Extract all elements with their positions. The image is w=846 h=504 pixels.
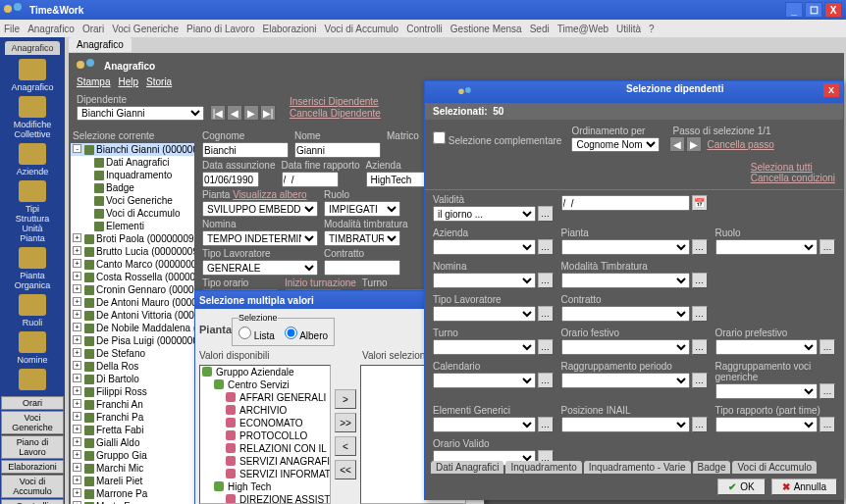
tree-node[interactable]: +Costa Rossella (0000000514) [71, 271, 194, 283]
tree-node[interactable]: +Mareli Piet [71, 475, 194, 487]
filter-select[interactable] [715, 239, 819, 255]
more-button[interactable]: … [538, 206, 554, 222]
filter-select[interactable] [715, 339, 819, 355]
filter-select[interactable] [433, 373, 536, 388]
more-button[interactable]: … [820, 239, 835, 255]
avail-item[interactable]: AFFARI GENERALI [200, 391, 330, 404]
menu-controlli[interactable]: Controlli [406, 24, 443, 34]
tree-node[interactable]: +Franchi An [71, 398, 194, 411]
nav-last-button[interactable]: ▶| [260, 105, 276, 121]
tree-node[interactable]: Badge [71, 181, 194, 194]
nav-next-button[interactable]: ▶ [243, 105, 259, 121]
more-button[interactable]: … [538, 339, 554, 355]
more-button[interactable]: … [692, 239, 708, 255]
sidebar-icon-x[interactable] [9, 367, 56, 394]
link-visualizza-albero[interactable]: Visualizza albero [233, 189, 306, 200]
filter-select[interactable] [433, 417, 536, 432]
tree-node[interactable]: +Della Ros [71, 360, 194, 373]
close-button[interactable]: X [824, 2, 842, 18]
tree-node[interactable]: Voci Generiche [71, 194, 194, 207]
tree-node[interactable]: +Gialli Aldo [71, 436, 194, 449]
tree-node[interactable]: +Brutto Lucia (0000000955) [71, 245, 194, 258]
passo-next[interactable]: ▶ [686, 136, 702, 152]
menu-vocigeneriche[interactable]: Voci Generiche [112, 24, 179, 34]
avail-item[interactable]: RELAZIONI CON IL PUBB [200, 442, 330, 455]
cancella-condizioni-link[interactable]: Cancella condizioni [751, 173, 835, 183]
tipolav-select[interactable]: GENERALE [202, 260, 318, 276]
filter-select[interactable] [561, 417, 690, 432]
tab-inquadramentovarie[interactable]: Inquadramento - Varie [584, 461, 691, 474]
tree-node[interactable]: +De Antoni Vittoria (0000000520) [71, 309, 194, 322]
more-button[interactable]: … [692, 417, 708, 432]
nome-input[interactable] [294, 142, 381, 158]
link-inserisci[interactable]: Inserisci Dipendente [290, 96, 381, 107]
menu-vocidiaccumulo[interactable]: Voci di Accumulo [325, 24, 399, 34]
sel-ok-button[interactable]: ✔OK [717, 479, 765, 495]
menu-pianodilavoro[interactable]: Piano di Lavoro [186, 24, 255, 34]
pianta-select[interactable]: SVILUPPO EMBEDDED [202, 201, 318, 217]
tree-node[interactable]: +Fretta Fabi [71, 424, 194, 436]
tree-node[interactable]: +Cronin Gennaro (0000000515) [71, 283, 194, 296]
tree-node[interactable]: +Di Bartolo [71, 373, 194, 385]
nav-prev-button[interactable]: ◀ [227, 105, 242, 121]
tree-node[interactable]: +Broti Paola (0000000953) [71, 232, 194, 245]
cognome-input[interactable] [202, 142, 289, 158]
menu-sedi[interactable]: Sedi [530, 24, 550, 34]
tree-node[interactable]: +Murta Fran [71, 500, 194, 504]
available-list[interactable]: Gruppo AziendaleCentro ServiziAFFARI GEN… [199, 365, 331, 504]
more-button[interactable]: … [820, 383, 835, 399]
tree-node[interactable]: Voci di Accumulo [71, 207, 194, 220]
filter-select[interactable] [561, 339, 690, 355]
avail-item[interactable]: ARCHIVIO [200, 404, 330, 417]
tree-node[interactable]: +De Stefano [71, 347, 194, 360]
modtimb-select[interactable]: TIMBRATURA [324, 230, 400, 246]
link-cancella[interactable]: Cancella Dipendente [290, 108, 381, 119]
sidebar-btn-vocigeneriche[interactable]: Voci Generiche [1, 411, 64, 434]
filter-select[interactable] [561, 306, 690, 322]
sidebar-btn-pianodilavoro[interactable]: Piano di Lavoro [1, 435, 64, 459]
passo-prev[interactable]: ◀ [669, 136, 685, 152]
sublink-help[interactable]: Help [118, 76, 138, 87]
tab-badge[interactable]: Badge [693, 461, 731, 474]
sidebar-icon-tipistrutturaunitpianta[interactable]: Tipi Struttura Unità Pianta [9, 178, 56, 245]
tree-node[interactable]: +Canto Marco (0000000952) [71, 258, 194, 271]
more-button[interactable]: … [538, 239, 554, 255]
tree-node[interactable]: +De Antoni Mauro (0000000521) [71, 296, 194, 309]
sidebar-icon-aziende[interactable]: Aziende [9, 141, 56, 178]
more-button[interactable]: … [538, 373, 554, 388]
move-all-left-button[interactable]: << [335, 460, 356, 479]
tree-node[interactable]: +Gruppo Gia [71, 449, 194, 462]
filter-select[interactable] [433, 239, 536, 255]
datafine-input[interactable] [282, 172, 339, 187]
seleziona-tutti-link[interactable]: Seleziona tutti [751, 162, 835, 173]
menu-gestionemensa[interactable]: Gestione Mensa [450, 24, 522, 34]
menu-file[interactable]: File [4, 24, 20, 34]
more-button[interactable]: … [692, 273, 708, 288]
sidebar-icon-modifichecollettive[interactable]: Modifiche Collettive [9, 94, 56, 141]
sidebar-icon-piantaorganica[interactable]: Pianta Organica [9, 245, 56, 292]
tab-vocidiaccumulo[interactable]: Voci di Accumulo [732, 461, 817, 474]
menu-timeweb[interactable]: Time@Web [557, 24, 608, 34]
avail-item[interactable]: SERVIZI INFORMATICI [200, 468, 330, 480]
sublink-storia[interactable]: Storia [146, 76, 172, 87]
move-all-right-button[interactable]: >> [335, 413, 356, 432]
tree-node[interactable]: +Franchi Pa [71, 411, 194, 424]
move-right-button[interactable]: > [335, 389, 356, 409]
filter-select[interactable] [433, 339, 536, 355]
avail-item[interactable]: ECONOMATO [200, 417, 330, 429]
maximize-button[interactable]: ☐ [805, 2, 822, 18]
more-button[interactable]: … [538, 417, 554, 432]
filter-select[interactable] [433, 273, 536, 288]
document-tab[interactable]: Anagrafico [69, 37, 132, 52]
sidebar-btn-orari[interactable]: Orari [1, 396, 64, 410]
contratto-input[interactable] [324, 260, 400, 276]
filter-select[interactable] [715, 383, 819, 399]
filter-date-input[interactable] [561, 195, 690, 211]
nav-first-button[interactable]: |◀ [210, 105, 226, 121]
tree-node[interactable]: +De Nobile Maddalena (000000 [71, 322, 194, 334]
tab-datianagrafici[interactable]: Dati Anagrafici [431, 461, 503, 474]
menu-orari[interactable]: Orari [82, 24, 104, 34]
filter-select[interactable] [561, 239, 690, 255]
calendar-icon[interactable]: 📅 [692, 195, 708, 211]
avail-item[interactable]: PROTOCOLLO [200, 429, 330, 442]
